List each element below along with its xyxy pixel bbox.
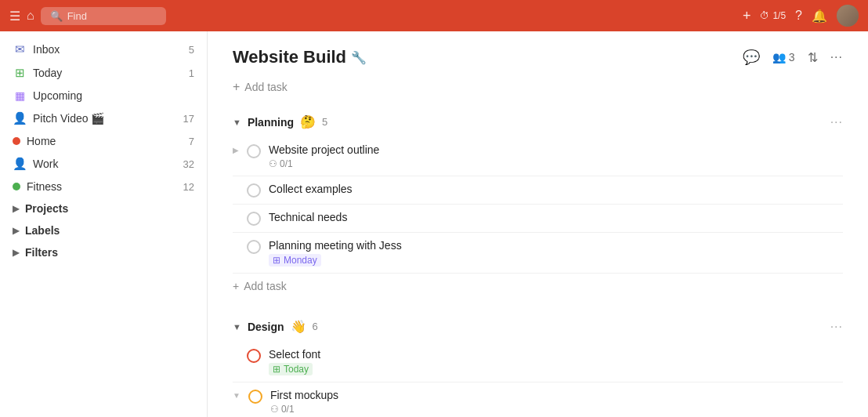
task-circle[interactable] [247,349,261,363]
add-task-top-label: Add task [244,81,287,93]
sidebar-work-label: Work [33,158,177,170]
planning-section: ▼ Planning 🤔 5 ··· ▶ Website project out… [233,110,843,299]
task-expand-icon[interactable]: ▶ [233,146,239,154]
avatar-image [837,5,859,27]
design-more-icon[interactable]: ··· [830,320,843,334]
sidebar-section-labels[interactable]: ▶ Labels [0,219,207,241]
sidebar-item-fitness[interactable]: Fitness 12 [0,176,207,198]
date-label: Today [284,364,309,375]
sidebar-today-label: Today [33,67,183,79]
member-count[interactable]: 👥 3 [772,51,795,63]
sidebar-item-home[interactable]: Home 7 [0,130,207,152]
subtask-count: 0/1 [281,404,295,415]
planning-count: 5 [322,116,327,128]
add-task-planning-label: Add task [244,280,286,292]
project-header: Website Build 🔧 💬 👥 3 ⇅ ··· [233,47,843,67]
upcoming-icon: ▦ [13,89,27,102]
add-task-top-icon: + [233,80,240,94]
sidebar-item-upcoming[interactable]: ▦ Upcoming [0,85,207,107]
more-options-icon[interactable]: ··· [830,50,843,64]
task-circle[interactable] [248,390,262,404]
sidebar-fitness-label: Fitness [27,180,177,193]
table-row[interactable]: ▶ Collect examples [233,176,843,205]
project-header-actions: 💬 👥 3 ⇅ ··· [743,49,843,66]
topbar-right: + ⏱ 1/5 ? 🔔 [743,5,859,27]
home-icon[interactable]: ⌂ [27,9,34,23]
pitch-video-icon: 👤 [13,111,27,125]
table-row[interactable]: ▶ Website project outline ⚇ 0/1 [233,137,843,176]
topbar: ☰ ⌂ 🔍 + ⏱ 1/5 ? 🔔 [0,0,868,31]
task-info: Technical needs [269,211,843,223]
design-section-header[interactable]: ▼ Design 👋 6 ··· [233,314,843,339]
search-icon: 🔍 [50,10,63,22]
sidebar-today-count: 1 [189,67,194,79]
task-expand-icon[interactable]: ▼ [233,391,241,400]
task-meta: ⚇ 0/1 [270,404,843,415]
task-date-monday[interactable]: ⊞ Monday [269,254,321,267]
task-name: Planning meeting with Jess [269,239,843,252]
work-icon: 👤 [13,157,27,171]
planning-section-header[interactable]: ▼ Planning 🤔 5 ··· [233,110,843,134]
design-title: Design [248,321,284,333]
task-circle[interactable] [247,212,261,226]
task-circle[interactable] [247,240,261,254]
avatar[interactable] [837,5,859,27]
task-subtask: ⚇ 0/1 [270,404,295,415]
home-dot [13,137,20,145]
sidebar-inbox-count: 5 [189,44,194,56]
labels-chevron: ▶ [13,226,19,236]
member-icon: 👥 [772,51,786,63]
table-row[interactable]: ▼ First mockups ⚇ 0/1 [233,383,843,417]
project-title: Website Build [233,47,346,67]
sidebar-item-inbox[interactable]: ✉ Inbox 5 [0,38,207,61]
timer-label: 1/5 [772,10,786,21]
task-date-today[interactable]: ⊞ Today [269,363,313,375]
search-box[interactable]: 🔍 [41,7,166,25]
sidebar-section-projects[interactable]: ▶ Projects [0,198,207,219]
task-name: Technical needs [269,211,843,223]
sidebar-work-count: 32 [183,158,194,170]
sidebar-home-label: Home [27,135,183,147]
task-name: Website project outline [269,143,843,156]
notification-bell[interactable]: 🔔 [812,9,827,24]
sidebar-fitness-count: 12 [183,181,194,193]
date-calendar-icon: ⊞ [273,255,280,266]
add-task-planning[interactable]: + Add task [233,274,843,299]
task-meta: ⚇ 0/1 [269,158,843,169]
add-task-top[interactable]: + Add task [233,77,843,97]
sidebar-section-filters[interactable]: ▶ Filters [0,241,207,263]
comment-icon[interactable]: 💬 [743,49,760,66]
sidebar-inbox-label: Inbox [33,43,183,56]
search-input[interactable] [67,10,157,22]
task-circle[interactable] [247,144,261,158]
table-row[interactable]: ▶ Planning meeting with Jess ⊞ Monday [233,233,843,274]
add-task-planning-icon: + [233,280,239,292]
task-circle[interactable] [247,183,261,198]
task-meta: ⊞ Today [269,363,843,375]
task-info: First mockups ⚇ 0/1 [270,389,843,415]
sidebar-pitch-count: 17 [183,113,194,125]
menu-icon[interactable]: ☰ [9,9,20,24]
task-info: Website project outline ⚇ 0/1 [269,143,843,169]
sidebar-item-work[interactable]: 👤 Work 32 [0,152,207,176]
design-collapse-icon[interactable]: ▼ [233,322,241,332]
sidebar-item-pitch-video[interactable]: 👤 Pitch Video 🎬 17 [0,107,207,130]
table-row[interactable]: ▶ Technical needs [233,205,843,233]
task-subtask: ⚇ 0/1 [269,158,293,169]
task-info: Planning meeting with Jess ⊞ Monday [269,239,843,267]
task-info: Collect examples [269,183,843,195]
subtask-count: 0/1 [280,158,293,169]
planning-collapse-icon[interactable]: ▼ [233,118,241,127]
project-title-icon: 🔧 [351,50,367,65]
table-row[interactable]: ▶ Select font ⊞ Today [233,342,843,383]
today-icon: ⊞ [13,66,27,80]
help-button[interactable]: ? [795,9,802,23]
sidebar-upcoming-label: Upcoming [33,89,194,102]
date-calendar-icon: ⊞ [273,364,280,375]
add-button[interactable]: + [743,8,751,24]
timer-badge[interactable]: ⏱ 1/5 [760,10,786,21]
sidebar-item-today[interactable]: ⊞ Today 1 [0,61,207,85]
planning-more-icon[interactable]: ··· [830,115,843,129]
sidebar: ✉ Inbox 5 ⊞ Today 1 ▦ Upcoming 👤 Pitch V… [0,31,208,417]
sort-icon[interactable]: ⇅ [808,50,818,65]
